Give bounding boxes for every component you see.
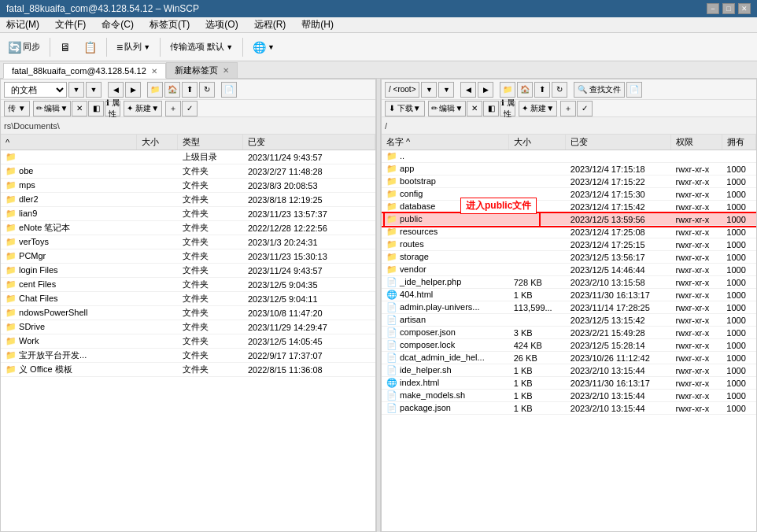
right-file-row[interactable]: 📄 make_models.sh 1 KB 2023/2/10 13:15:44… <box>382 390 756 402</box>
right-copy-btn[interactable]: ◧ <box>483 101 499 116</box>
left-new-btn[interactable]: ✦ 新建▼ <box>124 101 162 116</box>
right-file-row[interactable]: 📁 resources 2023/12/4 17:25:08 rwxr-xr-x… <box>382 226 756 238</box>
right-path-btn[interactable]: / <root> <box>385 82 419 98</box>
right-file-row[interactable]: 📁 vendor 2023/12/5 14:46:44 rwxr-xr-x 10… <box>382 264 756 276</box>
right-file-row[interactable]: 📁 .. <box>382 150 756 163</box>
left-file-row[interactable]: 📁 SDrive 文件夹 2023/11/29 14:29:47 <box>1 320 375 334</box>
left-file-row[interactable]: 📁 verToys 文件夹 2023/1/3 20:24:31 <box>1 235 375 249</box>
left-file-row[interactable]: 📁 ndowsPowerShell 文件夹 2023/10/8 11:47:20 <box>1 306 375 320</box>
queue-button[interactable]: ≡ 队列 ▼ <box>112 36 155 58</box>
tab-new[interactable]: 新建标签页 ✕ <box>166 62 238 78</box>
right-file-row[interactable]: 📄 ide_helper.sh 1 KB 2023/2/10 13:15:44 … <box>382 364 756 377</box>
right-col-perm[interactable]: 权限 <box>671 135 722 150</box>
browser-button[interactable]: 🌐 ▼ <box>248 36 279 58</box>
left-file-row[interactable]: 📁 login Files 文件夹 2023/11/24 9:43:57 <box>1 264 375 278</box>
transfer-options-button[interactable]: 传输选项 默认 ▼ <box>165 36 238 58</box>
left-file-row[interactable]: 📁 mps 文件夹 2023/8/3 20:08:53 <box>1 179 375 193</box>
right-file-row[interactable]: 📄 artisan 2023/12/5 13:15:42 rwxr-xr-x 1… <box>382 314 756 327</box>
right-extra-btn[interactable]: 📄 <box>626 82 642 98</box>
right-file-row[interactable]: 📁 storage 2023/12/5 13:56:17 rwxr-xr-x 1… <box>382 251 756 264</box>
menu-options[interactable]: 选项(O) <box>202 17 241 33</box>
close-button[interactable]: ✕ <box>738 3 751 14</box>
right-file-row[interactable]: 📁 app 2023/12/4 17:15:18 rwxr-xr-x 1000 <box>382 163 756 175</box>
left-nav-btn1[interactable]: 📁 <box>147 82 163 98</box>
right-file-table[interactable]: 名字 ^ 大小 已变 权限 拥有 📁 .. 📁 app 2023/12/4 17… <box>382 135 756 531</box>
left-back-btn[interactable]: ◀ <box>108 82 124 98</box>
left-nav-btn3[interactable]: ⬆ <box>182 82 198 98</box>
tab-new-close[interactable]: ✕ <box>223 66 229 75</box>
right-props-btn[interactable]: ℹ 属性 <box>500 101 515 116</box>
left-file-row[interactable]: 📁 cent Files 文件夹 2023/12/5 9:04:35 <box>1 278 375 292</box>
right-col-owner[interactable]: 拥有 <box>722 135 755 150</box>
right-file-row[interactable]: 📁 database 2023/12/4 17:15:42 rwxr-xr-x … <box>382 201 756 213</box>
left-check-btn[interactable]: ✓ <box>182 101 198 116</box>
right-plus-btn[interactable]: ＋ <box>560 101 576 116</box>
right-new-btn[interactable]: ✦ 新建▼ <box>519 101 557 116</box>
left-dropdown-btn[interactable]: ▼ <box>68 82 84 98</box>
right-col-date[interactable]: 已变 <box>566 135 671 150</box>
left-nav-extra[interactable]: 📄 <box>221 82 237 98</box>
left-edit-btn[interactable]: ✏ 编辑▼ <box>33 101 72 116</box>
right-nav-btn2[interactable]: 🏠 <box>517 82 533 98</box>
left-file-row[interactable]: 📁 宝开放平台开发... 文件夹 2022/9/17 17:37:07 <box>1 349 375 363</box>
left-file-row[interactable]: 📁 义 Office 模板 文件夹 2022/8/15 11:36:08 <box>1 363 375 377</box>
left-file-row[interactable]: 📁 dler2 文件夹 2023/8/18 12:19:25 <box>1 193 375 207</box>
left-col-name[interactable]: ^ <box>1 135 137 150</box>
terminal-button[interactable]: 🖥 <box>55 36 76 58</box>
left-file-table[interactable]: ^ 大小 类型 已变 📁 上级目录 2023/11/24 9:43:57 📁 o… <box>1 135 375 531</box>
right-file-row[interactable]: 🌐 404.html 1 KB 2023/11/30 16:13:17 rwxr… <box>382 289 756 301</box>
right-back-btn[interactable]: ◀ <box>460 82 476 98</box>
right-check-btn[interactable]: ✓ <box>577 101 593 116</box>
right-file-row[interactable]: 📄 dcat_admin_ide_hel... 26 KB 2023/10/26… <box>382 352 756 364</box>
right-edit-btn[interactable]: ✏ 编辑▼ <box>428 101 467 116</box>
editor-button[interactable]: 📋 <box>79 36 102 58</box>
right-file-row[interactable]: 📄 package.json 1 KB 2023/2/10 13:15:44 r… <box>382 402 756 415</box>
right-file-row[interactable]: 📁 bootstrap 2023/12/4 17:15:22 rwxr-xr-x… <box>382 175 756 188</box>
menu-help[interactable]: 帮助(H) <box>298 17 337 33</box>
right-file-row[interactable]: 📁 routes 2023/12/4 17:25:15 rwxr-xr-x 10… <box>382 238 756 251</box>
left-file-row[interactable]: 📁 obe 文件夹 2023/2/27 11:48:28 <box>1 164 375 179</box>
left-file-row[interactable]: 📁 Work 文件夹 2023/12/5 14:05:45 <box>1 334 375 349</box>
right-file-row[interactable]: 📄 admin.play-univers... 113,599... 2023/… <box>382 301 756 314</box>
menu-mark[interactable]: 标记(M) <box>3 17 42 33</box>
left-file-row[interactable]: 📁 PCMgr 文件夹 2023/11/23 15:30:13 <box>1 249 375 264</box>
left-props-btn[interactable]: ℹ 属性 <box>105 101 120 116</box>
right-file-row[interactable]: 🌐 index.html 1 KB 2023/11/30 16:13:17 rw… <box>382 377 756 390</box>
left-col-date[interactable]: 已变 <box>243 135 375 150</box>
left-refresh-btn[interactable]: ↻ <box>199 82 215 98</box>
menu-remote[interactable]: 远程(R) <box>251 17 290 33</box>
right-nav-btn1[interactable]: 📁 <box>500 82 515 98</box>
right-file-row[interactable]: 📄 composer.json 3 KB 2023/2/21 15:49:28 … <box>382 327 756 339</box>
right-file-row[interactable]: 📄 composer.lock 424 KB 2023/12/5 15:28:1… <box>382 339 756 352</box>
menu-file[interactable]: 文件(F) <box>52 17 89 33</box>
maximize-button[interactable]: □ <box>722 3 735 14</box>
right-col-size[interactable]: 大小 <box>509 135 566 150</box>
left-path-dropdown[interactable]: 的文档 <box>4 82 67 98</box>
left-copy-btn[interactable]: ◧ <box>88 101 104 116</box>
right-col-name[interactable]: 名字 ^ <box>382 135 509 150</box>
left-forward-btn[interactable]: ▶ <box>125 82 141 98</box>
left-file-row[interactable]: 📁 eNote 笔记本 文件夹 2022/12/28 12:22:56 <box>1 221 375 235</box>
left-file-row[interactable]: 📁 Chat Files 文件夹 2023/12/5 9:04:11 <box>1 292 375 306</box>
left-file-row[interactable]: 📁 上级目录 2023/11/24 9:43:57 <box>1 150 375 164</box>
menu-command[interactable]: 命令(C) <box>98 17 137 33</box>
right-download-btn[interactable]: ⬇ 下载▼ <box>385 101 425 116</box>
right-nav-btn3[interactable]: ⬆ <box>534 82 550 98</box>
right-refresh-btn[interactable]: ↻ <box>552 82 567 98</box>
sync-button[interactable]: 🔄 同步 <box>3 36 45 58</box>
left-filter-btn[interactable]: ▼ <box>86 82 102 98</box>
right-dropdown-btn[interactable]: ▼ <box>421 82 437 98</box>
right-filter-btn[interactable]: ▼ <box>438 82 454 98</box>
left-plus-btn[interactable]: ＋ <box>165 101 181 116</box>
minimize-button[interactable]: − <box>707 3 719 14</box>
right-file-row[interactable]: 📁 public 2023/12/5 13:59:56 rwxr-xr-x 10… <box>382 213 756 226</box>
left-col-size[interactable]: 大小 <box>137 135 178 150</box>
left-file-row[interactable]: 📁 lian9 文件夹 2023/11/23 13:57:37 <box>1 207 375 221</box>
left-col-type[interactable]: 类型 <box>178 135 243 150</box>
left-delete-btn[interactable]: ✕ <box>72 101 87 116</box>
left-upload-btn[interactable]: 传 ▼ <box>4 101 30 116</box>
tab-remote-close[interactable]: ✕ <box>151 67 157 76</box>
left-nav-btn2[interactable]: 🏠 <box>164 82 180 98</box>
right-file-row[interactable]: 📁 config 2023/12/4 17:15:30 rwxr-xr-x 10… <box>382 188 756 201</box>
right-search-btn[interactable]: 🔍 查找文件 <box>574 82 625 98</box>
